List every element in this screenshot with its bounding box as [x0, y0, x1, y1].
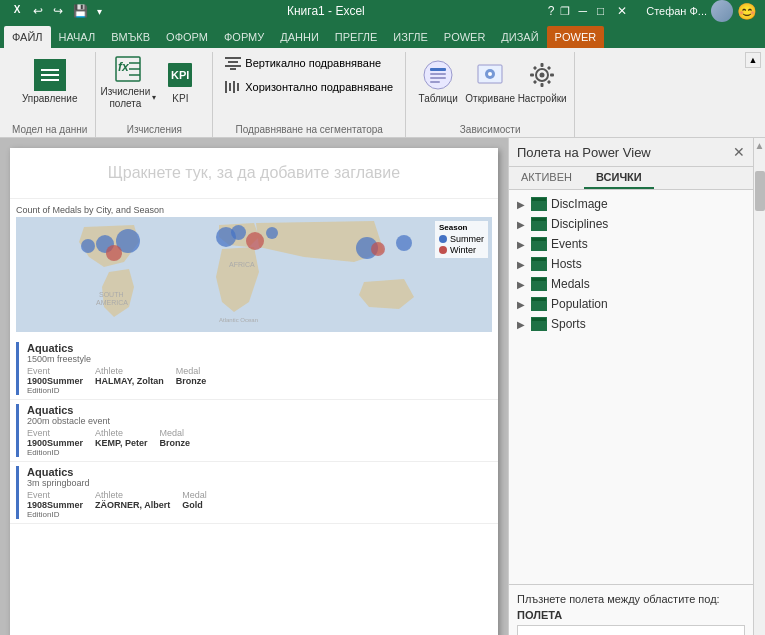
user-avatar[interactable]	[711, 0, 733, 22]
bubble-winter-3	[371, 242, 385, 256]
tab-home[interactable]: НАЧАЛ	[51, 26, 104, 48]
svg-rect-42	[532, 202, 546, 204]
expand-icon-sports: ▶	[517, 319, 527, 330]
field-medals[interactable]: ▶ Medals	[509, 274, 753, 294]
tab-formulas[interactable]: ФОРМУ	[216, 26, 272, 48]
qa-more-btn[interactable]: ▾	[97, 6, 102, 17]
vert-align-button[interactable]: Вертикално подравняване	[221, 52, 385, 74]
help-icon[interactable]: ?	[548, 4, 555, 18]
opening-icon	[474, 59, 506, 91]
row-category-bar-3	[16, 466, 19, 519]
field-sports[interactable]: ▶ Sports	[509, 314, 753, 334]
bubble-summer-8	[396, 235, 412, 251]
field-table-icon-sports	[531, 317, 547, 331]
field-hosts[interactable]: ▶ Hosts	[509, 254, 753, 274]
panel-tabs: АКТИВЕН ВСИЧКИ	[509, 167, 753, 190]
edition-val-1: 1900Summer	[27, 376, 83, 386]
svg-rect-35	[547, 80, 551, 84]
svg-rect-45	[532, 218, 546, 221]
settings-icon	[526, 59, 558, 91]
svg-text:AFRICA: AFRICA	[229, 261, 255, 268]
settings-label: Настройки	[518, 93, 567, 105]
row-event-2: 200m obstacle event	[27, 416, 492, 426]
vert-align-label: Вертикално подравняване	[245, 57, 381, 69]
medal-val-1: Bronze	[176, 376, 207, 386]
athlete-label-1: Athlete	[95, 366, 164, 376]
calc-fields-button[interactable]: fx Изчислени полета ▾	[104, 52, 152, 112]
row-content-2: Aquatics 200m obstacle event Event 1900S…	[27, 404, 492, 457]
edition-label-1: Event	[27, 366, 83, 376]
svg-rect-16	[229, 83, 231, 91]
expand-icon-events: ▶	[517, 239, 527, 250]
field-discimage[interactable]: ▶ DiscImage	[509, 194, 753, 214]
close-btn[interactable]: ✕	[614, 4, 630, 18]
excel-icon: X	[8, 2, 26, 20]
tab-file[interactable]: ФАЙЛ	[4, 26, 51, 48]
svg-rect-15	[225, 81, 227, 93]
group-model-label: Модел на данни	[12, 124, 87, 137]
tablica-button[interactable]: Таблици	[414, 52, 462, 112]
panel-header: Полета на Power View ✕	[509, 138, 753, 167]
tab-insert[interactable]: ВМЪКВ	[103, 26, 158, 48]
minimize-btn[interactable]: ─	[578, 4, 587, 18]
field-population[interactable]: ▶ Population	[509, 294, 753, 314]
svg-rect-12	[228, 61, 238, 63]
field-events[interactable]: ▶ Events	[509, 234, 753, 254]
redo-btn[interactable]: ↪	[53, 4, 63, 18]
opening-button[interactable]: Откриване	[466, 52, 514, 112]
canvas-area: Щракнете тук, за да добавите заглавие Co…	[0, 138, 508, 635]
svg-rect-21	[430, 73, 446, 75]
row-category-bar-1	[16, 342, 19, 395]
tab-all[interactable]: ВСИЧКИ	[584, 167, 654, 189]
tab-data[interactable]: ДАННИ	[272, 26, 327, 48]
panel-drop-zone[interactable]	[517, 625, 745, 635]
ribbon-tabs: ФАЙЛ НАЧАЛ ВМЪКВ ОФОРМ ФОРМУ ДАННИ ПРЕГЛ…	[0, 22, 765, 48]
tab-design[interactable]: ДИЗАЙ	[493, 26, 546, 48]
field-disciplines[interactable]: ▶ Disciplines	[509, 214, 753, 234]
tab-active[interactable]: АКТИВЕН	[509, 167, 584, 189]
maximize-btn[interactable]: □	[597, 4, 604, 18]
row-title-2: Aquatics	[27, 404, 492, 416]
scroll-up-btn[interactable]: ▲	[754, 140, 765, 151]
panel-close-btn[interactable]: ✕	[733, 144, 745, 160]
svg-rect-34	[533, 80, 537, 84]
v-scroll-thumb[interactable]	[755, 171, 765, 211]
svg-text:AMERICA: AMERICA	[96, 299, 128, 306]
row-title-3: Aquatics	[27, 466, 492, 478]
restore-icon[interactable]: ❐	[560, 5, 570, 18]
save-btn[interactable]: 💾	[73, 4, 88, 18]
manage-button[interactable]: Управление	[26, 52, 74, 112]
tab-view[interactable]: ИЗГЛЕ	[385, 26, 435, 48]
svg-rect-53	[532, 258, 546, 261]
medal-label-3: Medal	[182, 490, 207, 500]
svg-text:Atlantic Ocean: Atlantic Ocean	[219, 317, 258, 323]
tab-power2[interactable]: POWER	[547, 26, 605, 48]
row-content-1: Aquatics 1500m freestyle Event 1900Summe…	[27, 342, 492, 395]
field-table-icon-hosts	[531, 257, 547, 271]
vertical-scrollbar[interactable]: ▲ ▼	[753, 138, 765, 635]
user-name: Стефан Ф...	[646, 5, 707, 17]
svg-rect-67	[532, 325, 546, 327]
settings-button[interactable]: Настройки	[518, 52, 566, 112]
tab-power1[interactable]: POWER	[436, 26, 494, 48]
undo-btn[interactable]: ↩	[33, 4, 43, 18]
row-category-bar-2	[16, 404, 19, 457]
ribbon-collapse-btn[interactable]: ▲	[745, 52, 761, 68]
svg-text:SOUTH: SOUTH	[99, 291, 124, 298]
expand-icon-discimage: ▶	[517, 199, 527, 210]
legend-dot-winter	[439, 246, 447, 254]
svg-rect-30	[530, 74, 534, 77]
expand-icon-hosts: ▶	[517, 259, 527, 270]
horiz-align-button[interactable]: Хоризонтално подравняване	[221, 76, 397, 98]
row-event-1: 1500m freestyle	[27, 354, 492, 364]
svg-rect-52	[532, 248, 546, 250]
edition-id-3: EditionID	[27, 510, 83, 519]
tab-review[interactable]: ПРЕГЛЕ	[327, 26, 385, 48]
kpi-button[interactable]: KPI KPI	[156, 52, 204, 112]
field-table-icon-events	[531, 237, 547, 251]
tab-page-layout[interactable]: ОФОРМ	[158, 26, 216, 48]
title-bar-left: X ↩ ↪ 💾 ▾	[8, 2, 104, 20]
canvas-title-placeholder[interactable]: Щракнете тук, за да добавите заглавие	[10, 148, 498, 199]
panel-title: Полета на Power View	[517, 145, 651, 160]
svg-rect-64	[532, 308, 546, 310]
